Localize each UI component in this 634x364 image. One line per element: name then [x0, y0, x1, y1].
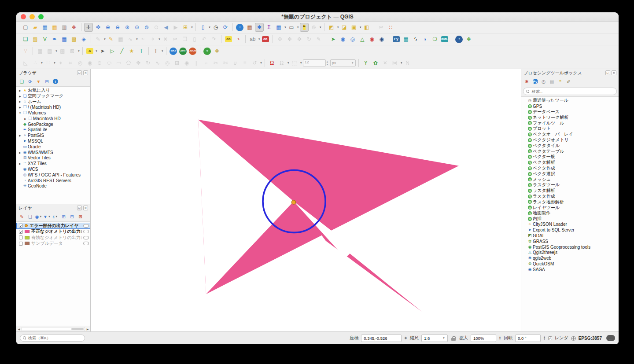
dropdown-arrow-icon[interactable]: ▼ [300, 62, 302, 64]
zoom-out-icon[interactable]: ⊖ [113, 23, 122, 32]
red-disc-plugin-icon[interactable]: ◉ [368, 35, 376, 44]
layer-diagram-icon[interactable]: ◔ [234, 35, 243, 44]
tree-item[interactable]: Q内挿 [521, 216, 619, 222]
map-navigation-plugin-icon[interactable]: ➤ [329, 35, 338, 44]
snapping-intersection-icon[interactable]: ✿ [371, 59, 380, 67]
layer-visibility-checkbox[interactable]: ✓ [19, 224, 23, 228]
browser-add-layer-icon[interactable]: ❏ [18, 78, 26, 85]
expand-arrow-icon[interactable]: ▶ [18, 89, 22, 92]
dropdown-arrow-icon[interactable]: ▼ [337, 26, 339, 29]
tree-item[interactable]: ▼❒/Volumes [16, 110, 90, 116]
dropdown-arrow-icon[interactable]: ▼ [136, 38, 138, 40]
polygon-annotation-icon[interactable]: ▷ [108, 47, 117, 55]
pan-map-icon[interactable]: ✛ [84, 23, 93, 32]
browser-float-button[interactable]: ◱ [77, 70, 82, 75]
spatial-bookmarks-icon[interactable]: ▯ [199, 23, 207, 32]
open-project-icon[interactable]: ▰ [31, 23, 40, 32]
dot-grid-tool-icon[interactable]: ∷ [387, 23, 395, 32]
collapse-all-icon[interactable]: ⊟ [68, 213, 76, 221]
zoom-to-selection-icon[interactable]: ⊙ [133, 23, 141, 32]
tree-item[interactable]: QGPS [521, 103, 619, 109]
layer-row[interactable]: 有効なジオメトリの出力レイヤ [16, 235, 90, 241]
select-features-icon[interactable]: ◩ [327, 23, 336, 32]
measure-icon[interactable]: ▭ [287, 23, 296, 32]
browser-refresh-icon[interactable]: ⟳ [26, 78, 34, 85]
map-canvas[interactable] [91, 69, 521, 331]
toolbox-edit-in-place-icon[interactable]: ❝ [557, 78, 564, 85]
tree-item[interactable]: Qファイルツール [521, 120, 619, 126]
statistics-summary-icon[interactable]: Σ [265, 23, 273, 32]
quickwkt-tool-icon[interactable]: ⊕ [203, 47, 212, 55]
new-spatialite-layer-icon[interactable]: ✒ [50, 35, 59, 44]
scale-lock-icon[interactable] [451, 336, 456, 340]
dropdown-arrow-icon[interactable]: ▼ [287, 62, 290, 64]
toolbox-search-input[interactable] [531, 89, 614, 94]
add-group-icon[interactable]: ❏ [26, 213, 34, 221]
tree-item[interactable]: Qベクタ選択 [521, 171, 619, 176]
data-source-manager-icon[interactable]: ❏ [21, 35, 30, 44]
new-virtual-layer-icon[interactable]: ◈ [79, 35, 88, 44]
close-window-button[interactable] [21, 14, 26, 19]
toolbox-float-button[interactable]: ◱ [605, 70, 610, 75]
tree-item[interactable]: ✳GeoNode [16, 184, 90, 189]
toolbox-models-icon[interactable]: ✱ [523, 78, 531, 85]
style-manager-icon[interactable]: ❖ [70, 23, 78, 32]
new-project-icon[interactable]: ▢ [21, 23, 30, 32]
minimize-window-button[interactable] [29, 14, 35, 19]
layers-close-button[interactable]: ✕ [83, 206, 88, 210]
rotation-stepper[interactable]: ▲▼ [543, 336, 546, 341]
zoom-in-icon[interactable]: ⊕ [103, 23, 112, 32]
new-gpx-layer-icon[interactable]: ▩ [70, 35, 78, 44]
metasearch-icon[interactable]: ◉ [339, 35, 347, 44]
browser-filter-icon[interactable]: ▼ [35, 78, 42, 85]
filter-expression-icon[interactable]: ε▼ [52, 213, 59, 221]
zoom-full-icon[interactable]: ⊛ [123, 23, 132, 32]
ows-services-icon[interactable]: ◎ [348, 35, 357, 44]
tree-item[interactable]: ⊕QuickOSM [521, 261, 619, 267]
json-badge-icon[interactable]: JSON [188, 47, 197, 55]
tree-item[interactable]: Qラスタ作成 [521, 194, 619, 199]
memory-layer-indicator-icon[interactable] [83, 242, 89, 245]
map-annotate-plugin-icon[interactable]: ❖ [213, 47, 221, 55]
tree-item[interactable]: ▭Oracle [16, 144, 90, 150]
magnifier-input[interactable]: 100% [471, 335, 496, 342]
toggle-editing-icon[interactable]: ✎ [107, 35, 115, 44]
tree-item[interactable]: Q地図製作 [521, 210, 619, 216]
dropdown-arrow-icon[interactable]: ▼ [103, 38, 106, 40]
messages-button[interactable]: … [606, 335, 615, 341]
tree-item[interactable]: ◉WCS [16, 166, 90, 172]
topology-checker-icon[interactable]: ❖ [464, 35, 473, 44]
dropdown-arrow-icon[interactable]: ▼ [95, 50, 98, 52]
tree-item[interactable]: ◔ArcGIS REST Servers [16, 178, 90, 184]
help-contents-icon[interactable]: ? [455, 35, 464, 44]
zoom-window-button[interactable] [38, 14, 44, 19]
manage-visibility-icon[interactable]: ◉▼ [35, 213, 42, 221]
tree-item[interactable]: ▶❒Macintosh HD [16, 116, 90, 121]
crs-status[interactable]: EPSG:3857 [579, 336, 602, 341]
dropdown-arrow-icon[interactable]: ▼ [77, 50, 80, 52]
locator-input[interactable] [28, 336, 82, 340]
tree-item[interactable]: Qラスタツール [521, 182, 619, 188]
dropdown-arrow-icon[interactable]: ▼ [208, 26, 211, 29]
tree-item[interactable]: ➤Export to SQL Server [521, 227, 619, 233]
labeling-options-icon[interactable]: ab [248, 35, 257, 44]
search-globe-plugin-icon[interactable]: ◉ [377, 35, 386, 44]
deselect-features-icon[interactable]: ◪ [340, 23, 349, 32]
dropdown-arrow-icon[interactable]: ▼ [284, 26, 287, 29]
dropdown-arrow-icon[interactable]: ▼ [158, 38, 161, 40]
expand-arrow-icon[interactable]: ▼ [18, 112, 22, 114]
tree-item[interactable]: Qレイヤツール [521, 205, 619, 210]
tolerance-stepper[interactable]: ▲▼ [326, 60, 328, 66]
dropdown-arrow-icon[interactable]: ▼ [161, 50, 164, 52]
profile-tool-icon[interactable]: ▦ [402, 35, 410, 44]
coordinate-input[interactable]: 0.345,-0.526 [361, 335, 402, 342]
pan-to-selection-icon[interactable]: ✜ [94, 23, 103, 32]
layer-visibility-checkbox[interactable]: ✓ [19, 230, 23, 234]
tree-item[interactable]: Qベクタ一般 [521, 154, 619, 160]
open-attribute-table-icon[interactable]: ▦ [245, 23, 254, 32]
tree-item[interactable]: ⊞Vector Tiles [16, 155, 90, 161]
dropdown-arrow-icon[interactable]: ▼ [260, 62, 262, 64]
tree-item[interactable]: Qデータベース [521, 109, 619, 115]
tree-item[interactable]: ◉PostGIS Geoprocessing tools [521, 244, 619, 250]
render-checkbox[interactable]: ✓ [548, 336, 552, 340]
